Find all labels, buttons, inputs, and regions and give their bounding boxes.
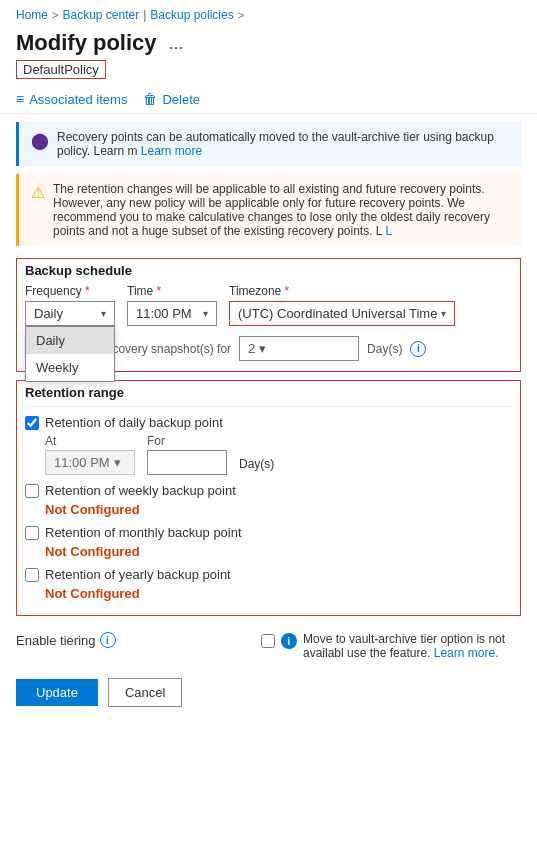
weekly-label: Retention of weekly backup point xyxy=(45,483,236,498)
delete-icon: 🗑 xyxy=(143,91,157,107)
toolbar: ≡ Associated items 🗑 Delete xyxy=(0,85,537,114)
breadcrumb: Home > Backup center | Backup policies > xyxy=(0,0,537,26)
list-icon: ≡ xyxy=(16,91,24,107)
delete-button[interactable]: 🗑 Delete xyxy=(143,91,200,107)
timezone-select[interactable]: (UTC) Coordinated Universal Time ▾ xyxy=(229,301,455,326)
yearly-checkbox[interactable] xyxy=(25,568,39,582)
weekly-checkbox-row: Retention of weekly backup point xyxy=(25,483,512,498)
learn-more-tiering[interactable]: Learn more. xyxy=(434,646,499,660)
ellipsis-button[interactable]: ... xyxy=(165,31,188,56)
tiering-note-message: Move to vault-archive tier option is not… xyxy=(303,632,521,660)
daily-for-label: For xyxy=(147,434,227,448)
snapshot-select[interactable]: 2 ▾ xyxy=(239,336,359,361)
timezone-group: Timezone * (UTC) Coordinated Universal T… xyxy=(229,284,455,326)
tiering-note: i Move to vault-archive tier option is n… xyxy=(261,632,521,660)
timezone-chevron: ▾ xyxy=(441,308,446,319)
dropdown-item-weekly[interactable]: Weekly xyxy=(26,354,114,381)
learn-more-link-info[interactable]: Learn more xyxy=(141,144,202,158)
time-label: Time * xyxy=(127,284,217,298)
warning-icon: ⚠ xyxy=(31,183,45,202)
page-title: Modify policy xyxy=(16,30,157,56)
breadcrumb-home[interactable]: Home xyxy=(16,8,48,22)
snapshot-unit: Day(s) xyxy=(367,342,402,356)
retention-daily: Retention of daily backup point At 11:00… xyxy=(25,415,512,475)
learn-more-link-warning[interactable]: L xyxy=(385,224,392,238)
monthly-checkbox[interactable] xyxy=(25,526,39,540)
retention-range-title: Retention range xyxy=(25,385,512,400)
weekly-not-configured: Not Configured xyxy=(45,502,512,517)
backup-schedule-section: Backup schedule Frequency * Daily ▾ Dail… xyxy=(16,258,521,372)
page-title-row: Modify policy ... xyxy=(0,26,537,58)
daily-at-select[interactable]: 11:00 PM ▾ xyxy=(45,450,135,475)
warning-alert-text: The retention changes will be applicable… xyxy=(53,182,509,238)
retention-range-section: Retention range Retention of daily backu… xyxy=(16,380,521,616)
daily-at-label: At xyxy=(45,434,135,448)
daily-at-chevron: ▾ xyxy=(114,455,121,470)
frequency-group: Frequency * Daily ▾ Daily Weekly xyxy=(25,284,115,326)
info-alert: ⬤ Recovery points can be automatically m… xyxy=(16,122,521,166)
daily-fields: At 11:00 PM ▾ For 30 Day(s) xyxy=(45,434,512,475)
cancel-button[interactable]: Cancel xyxy=(108,678,182,707)
tiering-note-text: i xyxy=(281,632,297,649)
time-group: Time * 11:00 PM ▾ xyxy=(127,284,217,326)
tiering-checkbox[interactable] xyxy=(261,634,275,648)
update-button[interactable]: Update xyxy=(16,679,98,706)
time-select[interactable]: 11:00 PM ▾ xyxy=(127,301,217,326)
info-circle-icon: ⬤ xyxy=(31,131,49,150)
daily-checkbox[interactable] xyxy=(25,416,39,430)
associated-items-label: Associated items xyxy=(29,92,127,107)
breadcrumb-pipe: | xyxy=(143,8,146,22)
tiering-label: Enable tiering xyxy=(16,633,96,648)
daily-label: Retention of daily backup point xyxy=(45,415,223,430)
retention-weekly: Retention of weekly backup point Not Con… xyxy=(25,483,512,517)
backup-schedule-title: Backup schedule xyxy=(25,263,512,278)
time-value: 11:00 PM xyxy=(136,306,192,321)
retention-monthly: Retention of monthly backup point Not Co… xyxy=(25,525,512,559)
policy-name: DefaultPolicy xyxy=(23,62,99,77)
breadcrumb-backup-policies[interactable]: Backup policies xyxy=(150,8,233,22)
tiering-info-icon[interactable]: i xyxy=(100,632,116,648)
timezone-label: Timezone * xyxy=(229,284,455,298)
daily-at-group: At 11:00 PM ▾ xyxy=(45,434,135,475)
weekly-checkbox[interactable] xyxy=(25,484,39,498)
daily-for-group: For 30 xyxy=(147,434,227,475)
yearly-checkbox-row: Retention of yearly backup point xyxy=(25,567,512,582)
daily-checkbox-row: Retention of daily backup point xyxy=(25,415,512,430)
daily-unit: Day(s) xyxy=(239,457,274,471)
warning-alert: ⚠ The retention changes will be applicab… xyxy=(16,174,521,246)
daily-for-input[interactable]: 30 xyxy=(147,450,227,475)
retention-yearly: Retention of yearly backup point Not Con… xyxy=(25,567,512,601)
frequency-dropdown: Daily Weekly xyxy=(25,326,115,382)
yearly-not-configured: Not Configured xyxy=(45,586,512,601)
timezone-value: (UTC) Coordinated Universal Time xyxy=(238,306,437,321)
frequency-value: Daily xyxy=(34,306,63,321)
delete-label: Delete xyxy=(162,92,200,107)
associated-items-button[interactable]: ≡ Associated items xyxy=(16,91,127,107)
time-required: * xyxy=(157,284,162,298)
yearly-label: Retention of yearly backup point xyxy=(45,567,231,582)
tiering-note-icon: i xyxy=(281,633,297,649)
snapshot-info-icon[interactable]: i xyxy=(410,341,426,357)
monthly-checkbox-row: Retention of monthly backup point xyxy=(25,525,512,540)
info-alert-text: Recovery points can be automatically mov… xyxy=(57,130,509,158)
breadcrumb-backup-center[interactable]: Backup center xyxy=(62,8,139,22)
frequency-select[interactable]: Daily ▾ xyxy=(25,301,115,326)
monthly-label: Retention of monthly backup point xyxy=(45,525,242,540)
breadcrumb-sep2: > xyxy=(238,9,244,21)
dropdown-item-daily[interactable]: Daily xyxy=(26,327,114,354)
policy-name-box: DefaultPolicy xyxy=(16,60,106,79)
time-chevron: ▾ xyxy=(203,308,208,319)
frequency-chevron: ▾ xyxy=(101,308,106,319)
schedule-form-row: Frequency * Daily ▾ Daily Weekly Time * … xyxy=(25,284,512,326)
tiering-row: Enable tiering i i Move to vault-archive… xyxy=(0,624,537,668)
snapshot-value: 2 xyxy=(248,341,255,356)
timezone-required: * xyxy=(285,284,290,298)
daily-at-value: 11:00 PM xyxy=(54,455,110,470)
divider xyxy=(25,406,512,407)
snapshot-chevron: ▾ xyxy=(259,341,266,356)
tiering-label-group: Enable tiering i xyxy=(16,632,116,648)
breadcrumb-sep1: > xyxy=(52,9,58,21)
footer-buttons: Update Cancel xyxy=(0,668,537,717)
monthly-not-configured: Not Configured xyxy=(45,544,512,559)
frequency-label: Frequency * xyxy=(25,284,115,298)
